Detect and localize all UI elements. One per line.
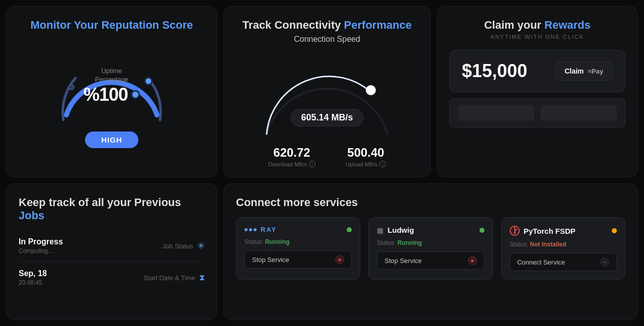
claim-label: Claim bbox=[565, 67, 584, 75]
job-date-row: Sep, 18 20:48:45 Start Date & Time ⧗ bbox=[19, 262, 205, 293]
gauge-container: UptimePercentage %100 bbox=[56, 37, 167, 127]
gauge-center: UptimePercentage %100 bbox=[84, 67, 140, 105]
reputation-card: Monitor Your Reputation Score Uptim bbox=[6, 6, 217, 177]
download-value: 620.72 bbox=[268, 146, 315, 160]
pytorch-connect-button[interactable]: Connect Service → bbox=[510, 253, 617, 271]
job-time-label: 20:48:45 bbox=[19, 279, 47, 286]
pytorch-status-text: Not Installed bbox=[530, 241, 566, 248]
rewards-subtitle: ANYTIME WITH ONE CLICK bbox=[491, 34, 584, 40]
service-header-pytorch: PyTorch FSDP bbox=[510, 226, 617, 236]
ray-name: RAY bbox=[261, 226, 277, 233]
service-item-pytorch: PyTorch FSDP Status: Not Installed Conne… bbox=[501, 217, 625, 280]
reputation-title: Monitor Your Reputation Score bbox=[30, 19, 193, 32]
jobs-content: In Progress Computing... Job Status ✳ Se… bbox=[19, 230, 205, 293]
speed-stats: 620.72 Download MB/s i 500.40 Upload MB/… bbox=[268, 146, 386, 167]
connectivity-card: Track Connectivity Performance Connectio… bbox=[223, 6, 431, 177]
download-label: Download MB/s i bbox=[268, 161, 315, 167]
pytorch-status-dot bbox=[612, 228, 617, 233]
high-badge: HIGH bbox=[85, 132, 138, 148]
svg-point-5 bbox=[514, 232, 516, 234]
ludwig-service-status: Status: Running bbox=[377, 239, 484, 246]
service-name-row-ray: RAY bbox=[245, 226, 277, 233]
gauge-dot bbox=[131, 90, 140, 99]
timer-icon: ⧗ bbox=[199, 273, 205, 282]
svg-point-0 bbox=[145, 78, 152, 85]
ludwig-name: Ludwig bbox=[387, 226, 414, 234]
ludwig-status-dot bbox=[479, 228, 485, 233]
ray-logo-icon bbox=[245, 228, 257, 231]
ludwig-stop-button[interactable]: Stop Service ● bbox=[377, 251, 484, 270]
speedometer-container: 605.14 MB/s bbox=[252, 51, 403, 142]
rewards-bottom-btn-1 bbox=[458, 105, 534, 121]
rewards-title-highlight: Rewards bbox=[544, 19, 591, 31]
pytorch-service-status: Status: Not Installed bbox=[510, 241, 617, 248]
jobs-card: Keep track of all your Previous Jobs In … bbox=[6, 183, 217, 320]
gauge-value: %100 bbox=[84, 84, 128, 105]
job-status-label: In Progress bbox=[19, 237, 63, 246]
ludwig-icon: ▦ bbox=[377, 226, 383, 234]
rewards-amount: $15,000 bbox=[462, 60, 527, 82]
rewards-title: Claim your Rewards bbox=[484, 19, 591, 32]
job-status-text: Job Status bbox=[163, 242, 193, 250]
download-info-icon: i bbox=[309, 161, 315, 167]
service-item-ray: RAY Status: Running Stop Service ● bbox=[236, 217, 360, 280]
upload-label: Upload MB/s i bbox=[346, 161, 386, 167]
ray-service-status: Status: Running bbox=[245, 238, 352, 245]
ludwig-btn-label: Stop Service bbox=[384, 257, 422, 265]
ray-btn-icon: ● bbox=[335, 255, 344, 264]
job-status-row: In Progress Computing... Job Status ✳ bbox=[19, 230, 205, 262]
ray-status-text: Running bbox=[265, 238, 290, 245]
jobs-title-highlight: Jobs bbox=[19, 209, 44, 222]
service-name-row-pytorch: PyTorch FSDP bbox=[510, 226, 576, 236]
conn-subtitle: Connection Speed bbox=[294, 35, 360, 44]
speedometer-svg bbox=[252, 51, 403, 142]
connectivity-title: Track Connectivity Performance bbox=[243, 19, 412, 32]
pytorch-name: PyTorch FSDP bbox=[524, 227, 576, 235]
service-name-row-ludwig: ▦ Ludwig bbox=[377, 226, 414, 234]
job-computing-label: Computing... bbox=[19, 247, 63, 254]
svg-point-1 bbox=[69, 85, 74, 90]
rewards-card: Claim your Rewards ANYTIME WITH ONE CLIC… bbox=[437, 6, 638, 177]
services-grid: RAY Status: Running Stop Service ● ▦ bbox=[236, 217, 625, 280]
pytorch-btn-icon: → bbox=[600, 257, 609, 267]
gauge-label: UptimePercentage bbox=[84, 67, 140, 84]
speed-badge: 605.14 MB/s bbox=[290, 109, 363, 126]
ludwig-btn-icon: ● bbox=[468, 256, 477, 265]
ray-stop-button[interactable]: Stop Service ● bbox=[245, 250, 352, 269]
pay-label: ≡Pay bbox=[588, 68, 603, 75]
services-title: Connect more services bbox=[236, 196, 625, 209]
service-header-ludwig: ▦ Ludwig bbox=[377, 226, 484, 234]
ludwig-status-text: Running bbox=[397, 239, 422, 246]
job-date-label: Sep, 18 bbox=[19, 269, 47, 278]
upload-stat: 500.40 Upload MB/s i bbox=[346, 146, 386, 167]
services-card: Connect more services RAY S bbox=[223, 183, 638, 320]
ray-btn-label: Stop Service bbox=[252, 256, 289, 264]
reputation-title-text: Monitor Your Reputation bbox=[30, 19, 162, 31]
main-grid: Monitor Your Reputation Score Uptim bbox=[0, 0, 644, 326]
service-item-ludwig: ▦ Ludwig Status: Running Stop Service ● bbox=[368, 217, 493, 280]
job-date-status-text: Start Date & Time bbox=[143, 274, 195, 282]
download-stat: 620.72 Download MB/s i bbox=[268, 146, 315, 167]
upload-value: 500.40 bbox=[346, 146, 386, 160]
jobs-title: Keep track of all your Previous Jobs bbox=[19, 196, 205, 222]
claim-button[interactable]: Claim ≡Pay bbox=[555, 61, 613, 81]
pytorch-icon bbox=[510, 226, 520, 236]
job-date-right: Start Date & Time ⧗ bbox=[143, 273, 205, 282]
spinner-icon: ✳ bbox=[197, 240, 205, 251]
pytorch-btn-label: Connect Service bbox=[517, 258, 565, 266]
service-header-ray: RAY bbox=[245, 226, 352, 233]
svg-point-3 bbox=[366, 85, 376, 95]
rewards-bottom bbox=[449, 98, 625, 127]
ray-status-dot bbox=[347, 227, 352, 232]
speed-value: 605.14 MB/s bbox=[301, 112, 353, 122]
job-status-right: Job Status ✳ bbox=[163, 240, 205, 251]
rewards-box: $15,000 Claim ≡Pay bbox=[449, 50, 625, 92]
upload-info-icon: i bbox=[379, 161, 386, 167]
rewards-bottom-btn-2 bbox=[540, 105, 617, 121]
reputation-title-highlight: Score bbox=[162, 19, 193, 31]
